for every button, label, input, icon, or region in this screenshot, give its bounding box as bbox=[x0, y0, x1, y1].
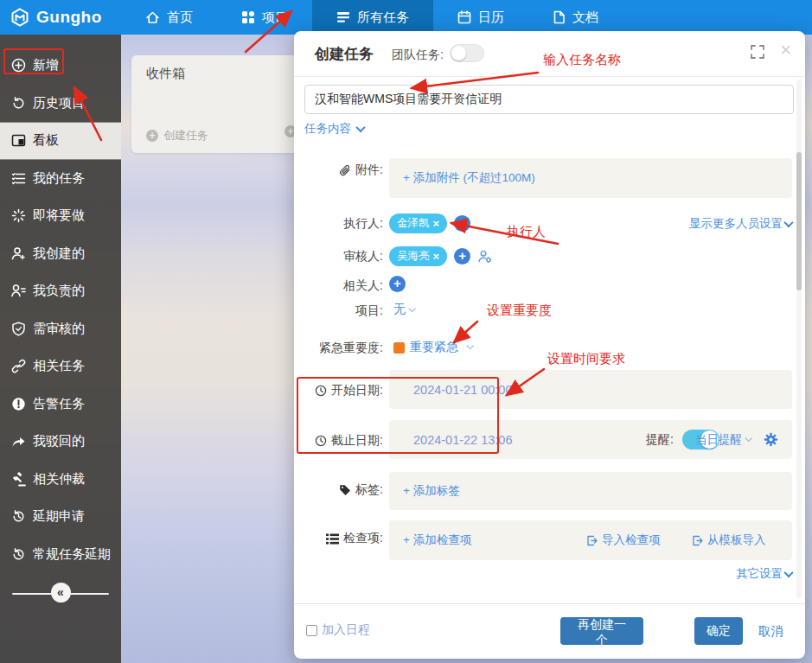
app-window: Gungho 首页 项目 所有任务 日历 文档 bbox=[0, 0, 812, 663]
shield-icon bbox=[11, 322, 26, 336]
tags-field: + 添加标签 bbox=[389, 472, 792, 510]
sidebar-item-created-by-me[interactable]: 我创建的 bbox=[0, 235, 121, 273]
due-date-value[interactable]: 2024-01-22 13:06 bbox=[389, 433, 513, 447]
chevron-down-icon bbox=[408, 305, 415, 312]
document-icon bbox=[553, 10, 566, 24]
sidebar-item-label: 即将要做 bbox=[33, 207, 85, 224]
sidebar-item-rejected-by-me[interactable]: 我驳回的 bbox=[0, 423, 121, 461]
sidebar-item-delay-request[interactable]: 延期申请 bbox=[0, 498, 121, 536]
add-tag-button[interactable]: + 添加标签 bbox=[403, 483, 460, 499]
sidebar-item-to-review[interactable]: 需审核的 bbox=[0, 310, 121, 348]
sidebar-item-label: 我驳回的 bbox=[33, 433, 85, 449]
executor-tag[interactable]: 金泽凯 bbox=[389, 214, 447, 233]
expand-icon[interactable] bbox=[750, 44, 765, 60]
remove-tag-icon[interactable] bbox=[433, 217, 440, 230]
show-more-people-link[interactable]: 显示更多人员设置 bbox=[689, 216, 792, 232]
nav-item-label: 所有任务 bbox=[357, 10, 409, 26]
all-tasks-list-icon bbox=[336, 10, 350, 24]
footer-divider bbox=[294, 603, 805, 604]
calendar-icon bbox=[457, 10, 471, 24]
project-select[interactable]: 无 bbox=[393, 302, 414, 317]
clock-icon bbox=[315, 385, 327, 397]
other-settings-toggle[interactable]: 其它设置 bbox=[736, 566, 792, 582]
gavel-icon bbox=[11, 472, 26, 487]
task-content-toggle[interactable]: 任务内容 bbox=[304, 121, 364, 137]
add-executor-button[interactable] bbox=[454, 215, 470, 232]
clock-icon bbox=[315, 435, 327, 447]
chevron-down-icon bbox=[783, 218, 793, 227]
due-date-label: 截止日期: bbox=[294, 433, 383, 449]
sidebar-item-responsible[interactable]: 我负责的 bbox=[0, 272, 121, 310]
add-to-schedule-checkbox[interactable] bbox=[306, 625, 317, 636]
sidebar-item-my-tasks[interactable]: 我的任务 bbox=[0, 160, 121, 198]
annotation-task-name: 输入任务名称 bbox=[543, 52, 621, 68]
remove-tag-icon[interactable] bbox=[433, 250, 440, 263]
due-date-field[interactable]: 2024-01-22 13:06 提醒: 当日提醒 bbox=[389, 420, 792, 459]
close-icon[interactable] bbox=[780, 39, 791, 61]
link-icon bbox=[11, 359, 26, 373]
plus-circle-icon bbox=[11, 58, 26, 73]
add-to-schedule-label: 加入日程 bbox=[322, 622, 370, 638]
alert-icon bbox=[11, 397, 26, 411]
reviewer-tag[interactable]: 吴海亮 bbox=[389, 246, 447, 266]
kanban-icon bbox=[11, 133, 26, 148]
remind-settings-gear[interactable] bbox=[764, 432, 778, 447]
nav-item-docs[interactable]: 文档 bbox=[528, 0, 623, 35]
executor-row: 金泽凯 bbox=[389, 214, 470, 233]
brand-logo[interactable]: Gungho bbox=[0, 8, 121, 27]
import-from-template-button[interactable]: 从模板导入 bbox=[692, 532, 766, 548]
add-attachment-button[interactable]: + 添加附件 (不超过100M) bbox=[403, 170, 535, 186]
sidebar-item-label: 相关仲裁 bbox=[33, 471, 85, 488]
chevron-down-icon bbox=[745, 434, 751, 441]
sidebar-collapse-row bbox=[0, 574, 121, 611]
sidebar-item-history-projects[interactable]: 历史项目 bbox=[0, 85, 121, 123]
nav-item-home[interactable]: 首页 bbox=[121, 0, 217, 35]
confirm-button[interactable]: 确定 bbox=[694, 617, 743, 645]
inbox-card[interactable]: 收件箱 创建任务 bbox=[131, 55, 304, 153]
sidebar-item-label: 相关任务 bbox=[33, 358, 85, 374]
chevron-down-icon bbox=[466, 342, 473, 349]
home-icon bbox=[145, 10, 160, 25]
nav-item-label: 项目 bbox=[262, 10, 288, 26]
create-another-button[interactable]: 再创建一个 bbox=[560, 617, 643, 645]
add-reviewer-button[interactable] bbox=[454, 248, 470, 265]
priority-color-swatch bbox=[393, 342, 405, 354]
clock-back-icon bbox=[11, 547, 26, 562]
sidebar-item-arbitration[interactable]: 相关仲裁 bbox=[0, 461, 121, 499]
sidebar-item-regular-delay[interactable]: 常规任务延期 bbox=[0, 536, 121, 574]
tags-label: 标签: bbox=[294, 482, 383, 498]
add-checklist-button[interactable]: + 添加检查项 bbox=[403, 532, 471, 548]
inbox-create-task-button[interactable]: 创建任务 bbox=[146, 128, 208, 143]
task-name-input[interactable] bbox=[304, 85, 794, 114]
nav-item-projects[interactable]: 项目 bbox=[217, 0, 312, 35]
remind-option-select[interactable]: 当日提醒 bbox=[695, 432, 751, 448]
nav-item-all-tasks[interactable]: 所有任务 bbox=[312, 0, 433, 35]
annotation-time: 设置时间要求 bbox=[547, 351, 625, 367]
checklist-icon bbox=[326, 533, 339, 545]
modal-scrollbar-thumb[interactable] bbox=[796, 152, 802, 290]
sidebar-item-upcoming[interactable]: 即将要做 bbox=[0, 197, 121, 235]
sidebar-item-alert-tasks[interactable]: 告警任务 bbox=[0, 386, 121, 424]
nav-item-calendar[interactable]: 日历 bbox=[433, 0, 528, 35]
checklist-links: + 添加检查项 导入检查项 从模板导入 bbox=[389, 532, 792, 548]
start-date-value[interactable]: 2024-01-21 00:00 bbox=[389, 383, 513, 397]
chevron-down-icon bbox=[355, 123, 365, 132]
cancel-button[interactable]: 取消 bbox=[758, 623, 783, 640]
sidebar-collapse-button[interactable] bbox=[51, 583, 71, 602]
import-checklist-button[interactable]: 导入检查项 bbox=[586, 532, 661, 548]
plus-circle-icon bbox=[146, 130, 158, 142]
person-settings-icon[interactable] bbox=[477, 249, 492, 264]
sidebar-item-label: 延期申请 bbox=[33, 508, 85, 525]
start-date-label: 开始日期: bbox=[294, 383, 383, 398]
add-related-button[interactable] bbox=[389, 276, 406, 292]
checklist-field: + 添加检查项 导入检查项 从模板导入 bbox=[389, 520, 792, 560]
add-to-schedule-option[interactable]: 加入日程 bbox=[306, 622, 370, 638]
sidebar-item-related-tasks[interactable]: 相关任务 bbox=[0, 347, 121, 386]
sidebar-item-new[interactable]: 新增 bbox=[0, 47, 121, 85]
reviewer-label: 审核人: bbox=[294, 249, 383, 265]
priority-select[interactable]: 重要紧急 bbox=[393, 340, 472, 355]
start-date-field[interactable]: 2024-01-21 00:00 bbox=[389, 370, 792, 409]
team-task-toggle[interactable] bbox=[450, 44, 484, 62]
user-list-icon bbox=[11, 284, 26, 298]
sidebar-item-kanban[interactable]: 看板 bbox=[0, 122, 121, 160]
